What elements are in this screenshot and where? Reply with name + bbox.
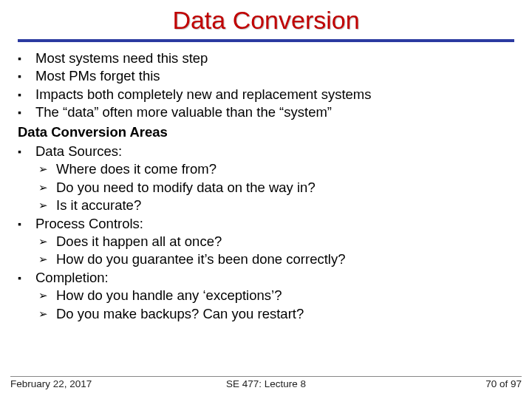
square-bullet-icon: ▪ [18,143,35,160]
arrow-bullet-icon: ➢ [38,287,56,304]
square-bullet-icon: ▪ [18,215,35,233]
bullet-text: The “data” often more valuable than the … [35,103,332,121]
square-bullet-icon: ▪ [18,269,35,287]
bullet-item: ▪ Impacts both completely new and replac… [18,86,514,103]
sub-bullet-item: ➢ How do you guarantee it’s been done co… [18,250,514,268]
bullet-item: ▪ Data Sources: [18,143,514,160]
bullet-text: Most PMs forget this [35,67,160,85]
sub-bullet-text: Do you need to modify data on the way in… [56,179,316,197]
sub-bullet-text: How do you handle any ‘exceptions’? [56,287,282,304]
arrow-bullet-icon: ➢ [38,250,56,268]
slide-footer: February 22, 2017 SE 477: Lecture 8 70 o… [0,378,532,393]
bullet-item: ▪ The “data” often more valuable than th… [18,103,514,121]
arrow-bullet-icon: ➢ [38,179,56,197]
sub-bullet-item: ➢ How do you handle any ‘exceptions’? [18,287,514,304]
arrow-bullet-icon: ➢ [38,233,56,250]
bullet-text: Data Sources: [35,143,122,160]
bullet-text: Completion: [35,269,109,287]
sub-bullet-item: ➢ Where does it come from? [18,160,514,178]
sub-bullet-text: How do you guarantee it’s been done corr… [56,250,346,268]
sub-bullet-text: Is it accurate? [56,197,141,214]
bullet-item: ▪ Process Controls: [18,215,514,233]
bullet-item: ▪ Completion: [18,269,514,287]
bullet-text: Process Controls: [35,215,143,233]
bullet-item: ▪ Most PMs forget this [18,67,514,85]
slide: Data Conversion ▪ Most systems need this… [0,0,532,399]
bullet-item: ▪ Most systems need this step [18,50,514,67]
slide-title: Data Conversion [18,6,514,35]
sub-bullet-text: Does it happen all at once? [56,233,222,250]
section-subheading: Data Conversion Areas [18,123,514,141]
arrow-bullet-icon: ➢ [38,197,56,214]
arrow-bullet-icon: ➢ [38,160,56,178]
slide-body: ▪ Most systems need this step ▪ Most PMs… [18,50,514,323]
sub-bullet-item: ➢ Is it accurate? [18,197,514,214]
square-bullet-icon: ▪ [18,86,35,103]
footer-course: SE 477: Lecture 8 [0,378,532,389]
sub-bullet-item: ➢ Does it happen all at once? [18,233,514,250]
sub-bullet-text: Do you make backups? Can you restart? [56,305,304,323]
arrow-bullet-icon: ➢ [38,305,56,323]
sub-bullet-text: Where does it come from? [56,160,216,178]
bullet-text: Impacts both completely new and replacem… [35,86,372,103]
footer-rule [10,376,522,377]
square-bullet-icon: ▪ [18,103,35,121]
square-bullet-icon: ▪ [18,67,35,85]
footer-page-number: 70 of 97 [485,378,522,389]
sub-bullet-item: ➢ Do you make backups? Can you restart? [18,305,514,323]
bullet-text: Most systems need this step [35,50,208,67]
square-bullet-icon: ▪ [18,50,35,67]
sub-bullet-item: ➢ Do you need to modify data on the way … [18,179,514,197]
title-rule [18,39,514,42]
